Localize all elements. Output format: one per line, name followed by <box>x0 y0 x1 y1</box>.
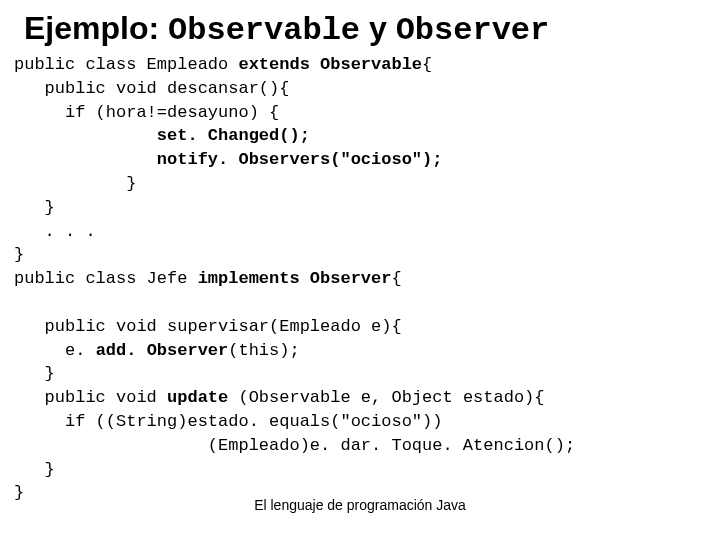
code-line: if (hora!=desayuno) { <box>14 103 279 122</box>
code-bold: update <box>167 388 228 407</box>
code-line: { <box>422 55 432 74</box>
code-line: public void <box>14 388 167 407</box>
code-bold: implements Observer <box>198 269 392 288</box>
code-line: } <box>14 483 24 502</box>
code-line: (this); <box>228 341 299 360</box>
footer-text: El lenguaje de programación Java <box>254 497 466 513</box>
code-line: e. <box>14 341 96 360</box>
code-line: } <box>14 460 55 479</box>
code-line: { <box>391 269 401 288</box>
code-block: public class Empleado extends Observable… <box>14 53 696 505</box>
code-line: if ((String)estado. equals("ocioso")) <box>14 412 442 431</box>
code-line: } <box>14 174 136 193</box>
slide-title: Ejemplo: Observable y Observer <box>24 10 696 49</box>
title-observable: Observable <box>168 12 360 49</box>
title-conj: y <box>369 10 387 46</box>
code-line: public void descansar(){ <box>14 79 289 98</box>
code-line: public class Empleado <box>14 55 238 74</box>
title-observer: Observer <box>396 12 550 49</box>
code-line: } <box>14 198 55 217</box>
code-line: } <box>14 245 24 264</box>
code-line: (Observable e, Object estado){ <box>228 388 544 407</box>
code-line: public void supervisar(Empleado e){ <box>14 317 402 336</box>
code-line: . . . <box>14 222 96 241</box>
code-bold: notify. Observers("ocioso"); <box>14 150 442 169</box>
code-bold: add. Observer <box>96 341 229 360</box>
code-line: (Empleado)e. dar. Toque. Atencion(); <box>14 436 575 455</box>
title-prefix: Ejemplo: <box>24 10 159 46</box>
slide-container: Ejemplo: Observable y Observer public cl… <box>0 0 720 540</box>
code-line: } <box>14 364 55 383</box>
code-line: public class Jefe <box>14 269 198 288</box>
code-bold: set. Changed(); <box>14 126 310 145</box>
code-bold: extends Observable <box>238 55 422 74</box>
